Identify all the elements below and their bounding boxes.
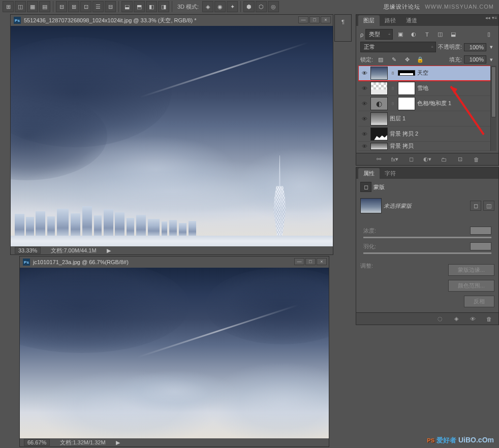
feather-value[interactable]	[470, 242, 491, 250]
canvas-1[interactable]	[11, 26, 333, 246]
filter-pixel-icon[interactable]: ▣	[395, 29, 406, 40]
status-arrow[interactable]: ▶	[107, 247, 111, 254]
filter-toggle[interactable]: ▯	[483, 29, 494, 40]
scrollbar-thumb[interactable]	[491, 67, 496, 117]
layer-snow[interactable]: 👁 8 雪地	[358, 81, 496, 96]
layer-thumb[interactable]	[370, 97, 388, 110]
3d-icon-4[interactable]: ⬢	[243, 1, 255, 12]
fill-dropdown[interactable]: ▾	[488, 54, 494, 65]
dist-icon-1[interactable]: ⬓	[121, 1, 133, 12]
layers-scrollbar[interactable]	[490, 66, 496, 151]
vector-mask-btn[interactable]: ◫	[483, 201, 494, 211]
filter-type-select[interactable]: 类型÷	[365, 29, 393, 40]
align-icon-5[interactable]: ⊟	[105, 1, 116, 12]
visibility-icon[interactable]: 👁	[360, 84, 368, 92]
lock-pixels-icon[interactable]: ✎	[388, 54, 399, 65]
link-layers-icon[interactable]: ⚯	[373, 154, 384, 165]
maximize-button[interactable]: □	[309, 16, 320, 23]
layer-thumb[interactable]	[370, 143, 388, 150]
color-range-button[interactable]: 颜色范围...	[448, 280, 494, 292]
feather-slider[interactable]	[363, 252, 491, 254]
tab-layers[interactable]: 图层	[358, 15, 380, 26]
lock-position-icon[interactable]: ✥	[401, 54, 413, 65]
minimize-button[interactable]: —	[294, 258, 304, 265]
visibility-icon[interactable]: 👁	[360, 142, 368, 150]
dist-icon-3[interactable]: ◧	[146, 1, 157, 12]
mask-thumb[interactable]	[398, 82, 415, 95]
layer-bg-copy[interactable]: 👁 背景 拷贝	[358, 142, 496, 151]
title-bar-1[interactable]: Ps 5512436_1287073268098_1024x1024it.jpg…	[11, 15, 333, 26]
layer-1[interactable]: 👁 图层 1	[358, 111, 496, 126]
tab-channels[interactable]: 通道	[401, 15, 422, 26]
dist-icon-4[interactable]: ◨	[158, 1, 169, 12]
maximize-button[interactable]: □	[305, 258, 316, 265]
align-icon-2[interactable]: ⊞	[68, 1, 79, 12]
blend-mode-select[interactable]: 正常÷	[360, 42, 436, 52]
pixel-mask-btn[interactable]: ◻	[470, 201, 481, 211]
tool-icon-2[interactable]: ◫	[15, 1, 26, 12]
layer-thumb[interactable]	[370, 67, 388, 80]
3d-icon-5[interactable]: ⬡	[256, 1, 267, 12]
filter-text-icon[interactable]: T	[421, 29, 432, 40]
layer-name[interactable]: 雪地	[417, 84, 494, 92]
density-slider[interactable]	[363, 237, 491, 238]
delete-mask-icon[interactable]: 🗑	[483, 314, 494, 324]
lock-all-icon[interactable]: 🔒	[415, 54, 426, 65]
adjustment-icon[interactable]: ◐▾	[422, 154, 433, 165]
visibility-icon[interactable]: 👁	[360, 69, 368, 77]
align-icon-1[interactable]: ⊟	[56, 1, 67, 12]
opacity-dropdown[interactable]: ▾	[488, 42, 494, 52]
fx-icon[interactable]: fx▾	[389, 154, 400, 165]
status-arrow[interactable]: ▶	[116, 439, 120, 446]
layer-thumb[interactable]	[370, 127, 388, 141]
disable-mask-icon[interactable]: 👁	[467, 314, 478, 324]
new-layer-icon[interactable]: ⊡	[454, 154, 465, 165]
mask-thumb[interactable]	[398, 97, 415, 110]
fill-input[interactable]: 100%	[464, 55, 486, 63]
3d-icon-2[interactable]: ◉	[214, 1, 226, 12]
tab-properties[interactable]: 属性	[358, 168, 380, 179]
close-button[interactable]: ×	[321, 16, 331, 23]
visibility-icon[interactable]: 👁	[360, 130, 368, 138]
visibility-icon[interactable]: 👁	[360, 115, 368, 123]
align-icon-3[interactable]: ⊡	[80, 1, 91, 12]
layer-name[interactable]: 图层 1	[390, 115, 494, 122]
tool-icon-1[interactable]: ⊞	[3, 1, 14, 12]
layer-name[interactable]: 天空	[417, 69, 494, 77]
layer-hue-sat[interactable]: 👁 8 色相/饱和度 1	[358, 96, 496, 111]
zoom-level-2[interactable]: 66.67%	[24, 439, 50, 446]
visibility-icon[interactable]: 👁	[360, 100, 368, 108]
close-button[interactable]: ×	[317, 258, 327, 265]
filter-adjust-icon[interactable]: ◐	[408, 29, 419, 40]
3d-icon-3[interactable]: ✦	[227, 1, 238, 12]
opacity-input[interactable]: 100%	[464, 43, 486, 51]
layer-thumb[interactable]	[370, 82, 388, 95]
minimize-button[interactable]: —	[298, 16, 308, 23]
align-icon-4[interactable]: ☰	[92, 1, 104, 12]
mask-thumb[interactable]	[398, 70, 415, 75]
filter-shape-icon[interactable]: ◫	[434, 29, 446, 40]
tab-paths[interactable]: 路径	[380, 15, 401, 26]
lock-transparent-icon[interactable]: ▨	[375, 54, 386, 65]
apply-mask-icon[interactable]: ◈	[451, 314, 462, 324]
layer-name[interactable]: 背景 拷贝 2	[390, 130, 494, 138]
mask-edge-button[interactable]: 蒙版边缘...	[448, 264, 494, 276]
title-bar-2[interactable]: Ps jc1010171_23a.jpg @ 66.7%(RGB/8#) — □…	[20, 257, 329, 268]
layer-name[interactable]: 背景 拷贝	[390, 142, 494, 150]
panel-collapse-icons[interactable]: ◂◂ ▾≡	[485, 15, 497, 20]
layer-sky[interactable]: 👁 8 天空	[358, 66, 496, 81]
delete-icon[interactable]: 🗑	[471, 154, 482, 165]
collapsed-panel-tab[interactable]: ¶	[334, 14, 352, 42]
3d-icon-1[interactable]: ◈	[202, 1, 213, 12]
group-icon[interactable]: 🗀	[438, 154, 449, 165]
density-value[interactable]	[470, 227, 491, 235]
tool-icon-3[interactable]: ▦	[27, 1, 38, 12]
mask-mode-icon[interactable]: ◻	[360, 182, 371, 192]
invert-button[interactable]: 反相	[464, 296, 494, 307]
layer-thumb[interactable]	[370, 112, 388, 125]
filter-smart-icon[interactable]: ⬓	[448, 29, 459, 40]
mask-preview-thumb[interactable]	[360, 198, 382, 213]
mask-icon[interactable]: ◻	[406, 154, 417, 165]
layer-name[interactable]: 色相/饱和度 1	[417, 100, 494, 107]
canvas-2[interactable]	[20, 268, 329, 438]
